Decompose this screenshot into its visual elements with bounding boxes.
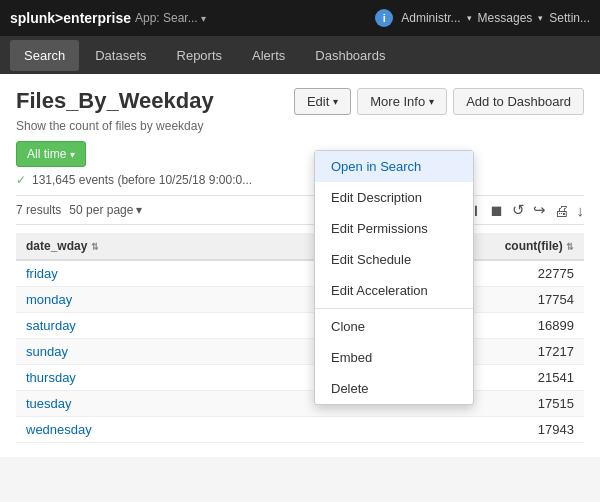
- share-icon[interactable]: ↪: [533, 201, 546, 219]
- toolbar-row: 7 results 50 per page ▾ ⏸ ⏹ ↺ ↪ 🖨 ↓: [16, 195, 584, 225]
- table-row: wednesday 17943: [16, 417, 584, 443]
- day-cell[interactable]: thursday: [16, 365, 305, 391]
- menu-item-edit-description[interactable]: Edit Description: [315, 182, 473, 213]
- results-count: 7 results: [16, 203, 61, 217]
- per-page-selector[interactable]: 50 per page ▾: [69, 203, 142, 217]
- sidebar-item-alerts[interactable]: Alerts: [238, 40, 299, 71]
- more-info-button[interactable]: More Info ▾: [357, 88, 447, 115]
- sidebar-item-datasets[interactable]: Datasets: [81, 40, 160, 71]
- subtitle: Show the count of files by weekday: [16, 119, 584, 133]
- time-range-chevron-icon: ▾: [70, 149, 75, 160]
- time-range-button[interactable]: All time ▾: [16, 141, 86, 167]
- add-dashboard-button[interactable]: Add to Dashboard: [453, 88, 584, 115]
- day-cell[interactable]: wednesday: [16, 417, 305, 443]
- table-row: friday 22775: [16, 260, 584, 287]
- settings-menu[interactable]: Settin...: [549, 11, 590, 25]
- sidebar-item-reports[interactable]: Reports: [163, 40, 237, 71]
- menu-item-edit-permissions[interactable]: Edit Permissions: [315, 213, 473, 244]
- messages-menu[interactable]: Messages: [478, 11, 533, 25]
- title-buttons: Edit ▾ More Info ▾ Add to Dashboard: [294, 88, 584, 115]
- menu-divider: [315, 308, 473, 309]
- info-icon[interactable]: i: [375, 9, 393, 27]
- menu-item-embed[interactable]: Embed: [315, 342, 473, 373]
- add-dashboard-label: Add to Dashboard: [466, 94, 571, 109]
- edit-dropdown-menu: Open in SearchEdit DescriptionEdit Permi…: [314, 150, 474, 405]
- stop-icon[interactable]: ⏹: [489, 202, 504, 219]
- top-bar: splunk>enterprise App: Sear... ▾ i Admin…: [0, 0, 600, 36]
- menu-item-open-search[interactable]: Open in Search: [315, 151, 473, 182]
- events-row: ✓ 131,645 events (before 10/25/18 9:00:0…: [16, 173, 584, 187]
- data-table: date_wday ⇅ count(file) ⇅ friday 22775 m…: [16, 233, 584, 443]
- app-chevron-icon: ▾: [201, 13, 206, 24]
- menu-item-edit-schedule[interactable]: Edit Schedule: [315, 244, 473, 275]
- day-cell[interactable]: tuesday: [16, 391, 305, 417]
- second-nav: Search Datasets Reports Alerts Dashboard…: [0, 36, 600, 74]
- export-icon[interactable]: ↓: [577, 202, 585, 219]
- day-cell[interactable]: monday: [16, 287, 305, 313]
- edit-label: Edit: [307, 94, 329, 109]
- menu-item-edit-acceleration[interactable]: Edit Acceleration: [315, 275, 473, 306]
- day-cell[interactable]: saturday: [16, 313, 305, 339]
- sidebar-item-search[interactable]: Search: [10, 40, 79, 71]
- time-range-label: All time: [27, 147, 66, 161]
- events-text: 131,645 events (before 10/25/18 9:00:0..…: [32, 173, 252, 187]
- day-cell[interactable]: sunday: [16, 339, 305, 365]
- more-info-chevron-icon: ▾: [429, 96, 434, 107]
- menu-item-delete[interactable]: Delete: [315, 373, 473, 404]
- admin-menu[interactable]: Administr...: [401, 11, 460, 25]
- edit-button[interactable]: Edit ▾: [294, 88, 351, 115]
- app-name[interactable]: App: Sear... ▾: [135, 11, 206, 25]
- results-info: 7 results 50 per page ▾: [16, 203, 142, 217]
- table-row: tuesday 17515: [16, 391, 584, 417]
- refresh-icon[interactable]: ↺: [512, 201, 525, 219]
- admin-chevron-icon: ▾: [467, 13, 472, 23]
- count-cell: 17943: [305, 417, 584, 443]
- title-row: Files_By_Weekday Edit ▾ More Info ▾ Add …: [16, 88, 584, 115]
- messages-chevron-icon: ▾: [538, 13, 543, 23]
- toolbar-icons: ⏸ ⏹ ↺ ↪ 🖨 ↓: [466, 201, 585, 219]
- table-row: sunday 17217: [16, 339, 584, 365]
- col-header-day[interactable]: date_wday ⇅: [16, 233, 305, 260]
- table-row: monday 17754: [16, 287, 584, 313]
- main-content: Files_By_Weekday Edit ▾ More Info ▾ Add …: [0, 74, 600, 457]
- sidebar-item-dashboards[interactable]: Dashboards: [301, 40, 399, 71]
- day-cell[interactable]: friday: [16, 260, 305, 287]
- top-nav-right: Administr... ▾ Messages ▾ Settin...: [401, 11, 590, 25]
- splunk-logo: splunk>enterprise: [10, 10, 131, 26]
- table-row: thursday 21541: [16, 365, 584, 391]
- sort-icon-count: ⇅: [566, 242, 574, 252]
- print-icon[interactable]: 🖨: [554, 202, 569, 219]
- page-title: Files_By_Weekday: [16, 88, 214, 114]
- menu-item-clone[interactable]: Clone: [315, 311, 473, 342]
- time-range-row: All time ▾: [16, 141, 584, 167]
- table-row: saturday 16899: [16, 313, 584, 339]
- check-icon: ✓: [16, 173, 26, 187]
- sort-icon-day: ⇅: [91, 242, 99, 252]
- per-page-chevron-icon: ▾: [136, 203, 142, 217]
- more-info-label: More Info: [370, 94, 425, 109]
- edit-chevron-icon: ▾: [333, 96, 338, 107]
